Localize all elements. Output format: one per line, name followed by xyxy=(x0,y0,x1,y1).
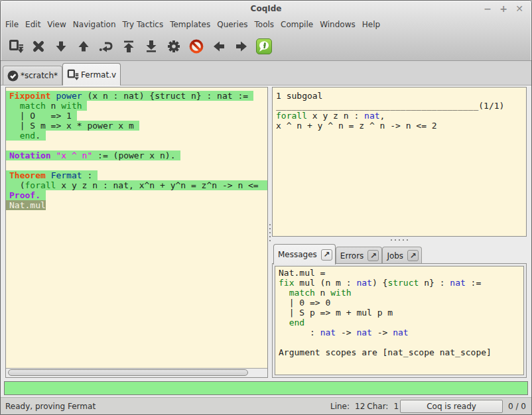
interrupt-button[interactable] xyxy=(185,34,208,59)
minimize-button[interactable]: − xyxy=(480,1,496,17)
close-button[interactable]: ✕ xyxy=(511,1,527,17)
code-segment: x ^ n + y ^ n = z ^ n -> n <= 2 xyxy=(276,121,437,131)
menu-try-tactics[interactable]: Try Tactics xyxy=(119,17,167,32)
code-segment: ) { xyxy=(372,278,387,288)
splitter-dot xyxy=(269,232,271,233)
maximize-button[interactable]: + xyxy=(496,1,511,17)
code-segment: match xyxy=(289,288,315,298)
goals-pane[interactable]: 1 subgoal_______________________________… xyxy=(272,87,527,237)
progress-row xyxy=(1,381,531,397)
code-segment: : xyxy=(279,327,320,337)
menu-file[interactable]: File xyxy=(2,17,22,32)
code-line: | 0 => 0 xyxy=(275,298,523,308)
go-to-cursor-button[interactable] xyxy=(95,34,117,59)
code-segment: forall xyxy=(25,180,56,190)
code-line: Theorem Fermat : xyxy=(6,170,267,180)
tab-scratch[interactable]: *scratch* xyxy=(3,66,62,85)
code-segment: | S m => x * power x m xyxy=(9,121,139,131)
code-segment: mul (n m : xyxy=(294,278,356,288)
detach-jobs-button[interactable]: ↗ xyxy=(407,250,419,261)
messages-content[interactable]: Nat.mul =fix mul (n m : nat) {struct n} … xyxy=(275,266,524,375)
about-button[interactable] xyxy=(253,34,275,59)
code-segment: n xyxy=(315,288,330,298)
code-segment xyxy=(40,190,46,200)
code-segment: Nat.mul xyxy=(9,200,46,210)
code-line: Nat.mul = xyxy=(275,268,523,278)
menu-view[interactable]: View xyxy=(44,17,69,32)
titlebar[interactable]: CoqIde − + ✕ xyxy=(1,1,531,17)
code-segment: nat xyxy=(356,278,371,288)
code-segment xyxy=(46,170,51,180)
window-controls: − + ✕ xyxy=(480,1,527,17)
code-segment: -> xyxy=(372,327,393,337)
tab-errors[interactable]: Errors ↗ xyxy=(336,247,383,264)
code-segment: match xyxy=(20,101,46,111)
splitter-dot xyxy=(269,236,271,237)
code-line: 1 subgoal xyxy=(273,91,526,101)
go-to-cursor-icon xyxy=(98,38,114,54)
detach-errors-button[interactable]: ↗ xyxy=(367,250,379,261)
script-hscrollbar-thumb[interactable] xyxy=(8,369,248,376)
menu-templates[interactable]: Templates xyxy=(166,17,214,32)
tab-jobs[interactable]: Jobs ↗ xyxy=(382,247,422,264)
script-editor[interactable]: Fixpoint power (x n : nat) {struct n} : … xyxy=(6,88,267,368)
menu-help[interactable]: Help xyxy=(359,17,383,32)
line-value: 12 xyxy=(355,402,365,411)
code-segment: x y z n : nat, x^n + y^n = z^n -> n <= xyxy=(56,180,263,190)
messages-notebook: Messages ↗ Errors ↗ Jobs ↗ Nat.mul =fix … xyxy=(272,243,527,378)
backward-one-icon xyxy=(76,38,92,54)
menu-queries[interactable]: Queries xyxy=(214,17,251,32)
code-segment xyxy=(279,318,289,327)
code-segment: | O => 1 xyxy=(9,111,77,121)
code-line xyxy=(6,160,267,170)
code-segment: with xyxy=(61,101,82,111)
backward-one-button[interactable] xyxy=(72,34,95,59)
status-right: Line: 12 Char: 1 Coq is ready 0 / 0 xyxy=(330,400,526,413)
code-line: | S p => m + mul p m xyxy=(275,308,523,318)
code-segment: nat xyxy=(356,327,371,337)
code-segment: : xyxy=(82,170,98,180)
save-button[interactable] xyxy=(5,34,27,59)
previous-button[interactable] xyxy=(208,34,230,59)
tab-messages[interactable]: Messages ↗ xyxy=(273,244,336,265)
menu-compile[interactable]: Compile xyxy=(277,17,316,32)
code-line: fix mul (n m : nat) {struct n} : nat := xyxy=(275,278,523,288)
code-segment: Argument scopes are [nat_scope nat_scope… xyxy=(279,347,492,357)
horizontal-splitter[interactable] xyxy=(272,237,527,243)
tab-fermat[interactable]: Fermat.v xyxy=(62,63,121,86)
coqide-window: CoqIde − + ✕ File Edit View Navigation T… xyxy=(0,0,532,415)
interrupt-icon xyxy=(188,38,204,54)
code-segment xyxy=(82,101,88,111)
go-to-end-button[interactable] xyxy=(140,34,163,59)
code-segment: ( xyxy=(9,180,25,190)
code-segment: -> xyxy=(336,327,356,337)
menu-windows[interactable]: Windows xyxy=(316,17,359,32)
coq-status-button[interactable]: Coq is ready xyxy=(400,400,503,413)
code-segment: := (power x n). xyxy=(92,150,180,160)
code-segment: fix xyxy=(279,278,294,288)
fully-check-button[interactable] xyxy=(163,34,185,59)
code-segment: Fixpoint xyxy=(9,91,51,101)
script-hscrollbar[interactable] xyxy=(6,368,267,377)
menu-edit[interactable]: Edit xyxy=(22,17,44,32)
go-to-start-icon xyxy=(121,38,137,54)
code-line xyxy=(275,337,523,347)
code-line: Notation "x ^ n" := (power x n). xyxy=(6,150,267,160)
tab-messages-label: Messages xyxy=(278,250,317,259)
detach-messages-button[interactable]: ↗ xyxy=(321,249,332,261)
previous-icon xyxy=(211,38,227,54)
code-segment: Proof. xyxy=(9,190,40,200)
next-icon xyxy=(233,38,249,54)
code-line: end. xyxy=(6,131,267,141)
menu-tools[interactable]: Tools xyxy=(251,17,278,32)
menu-navigation[interactable]: Navigation xyxy=(70,17,119,32)
code-segment: nat xyxy=(393,327,408,337)
splitter-dot xyxy=(269,224,271,225)
check-circle-icon xyxy=(7,70,19,82)
code-segment xyxy=(279,288,289,298)
close-doc-button[interactable] xyxy=(27,34,50,59)
right-column: 1 subgoal_______________________________… xyxy=(272,87,527,378)
forward-one-button[interactable] xyxy=(50,34,72,59)
next-button[interactable] xyxy=(230,34,253,59)
go-to-start-button[interactable] xyxy=(117,34,140,59)
